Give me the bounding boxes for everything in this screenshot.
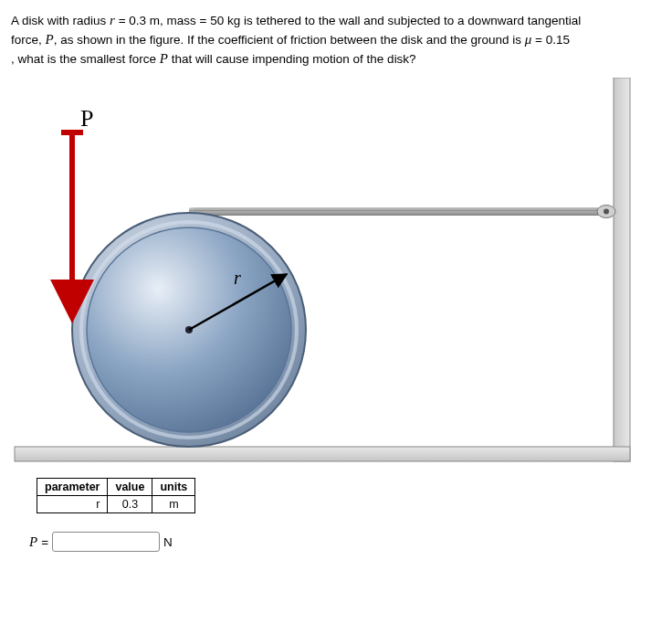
col-parameter: parameter	[37, 479, 108, 496]
answer-input[interactable]	[52, 532, 160, 552]
text: =	[115, 14, 129, 27]
table-header-row: parameter value units	[37, 479, 195, 496]
label-r: r	[234, 268, 241, 289]
cell-param: r	[37, 496, 108, 513]
label-P: P	[80, 105, 93, 132]
tether-cable	[189, 206, 615, 218]
text: that will cause impending motion of the …	[168, 52, 416, 66]
text: , as shown in the figure. If the coeffic…	[54, 33, 525, 47]
wall	[614, 78, 630, 461]
answer-units: N	[163, 535, 173, 549]
var-P2: P	[160, 51, 168, 66]
text: force,	[11, 33, 46, 47]
cell-value: 0.3	[108, 496, 152, 513]
answer-row: P = N	[29, 532, 661, 552]
table-row: r 0.3 m	[37, 496, 195, 513]
floor	[15, 447, 630, 461]
svg-point-5	[604, 209, 609, 215]
col-value: value	[108, 479, 152, 496]
text: A disk with radius	[11, 14, 110, 27]
svg-rect-0	[189, 207, 614, 216]
cell-units: m	[152, 496, 195, 513]
figure-svg	[11, 78, 632, 470]
answer-equals: =	[41, 535, 48, 549]
figure: P r	[11, 78, 632, 470]
text: =	[531, 33, 545, 47]
text: 0.3 m, mass = 50 kg is tethered to the w…	[129, 14, 581, 27]
answer-label: P	[29, 534, 37, 550]
text: , what is the smallest force	[11, 52, 160, 66]
col-units: units	[152, 479, 195, 496]
mu-value: 0.15	[546, 33, 570, 47]
problem-statement: A disk with radius r = 0.3 m, mass = 50 …	[11, 11, 661, 69]
parameter-table: parameter value units r 0.3 m	[37, 478, 195, 513]
var-P: P	[46, 32, 54, 47]
